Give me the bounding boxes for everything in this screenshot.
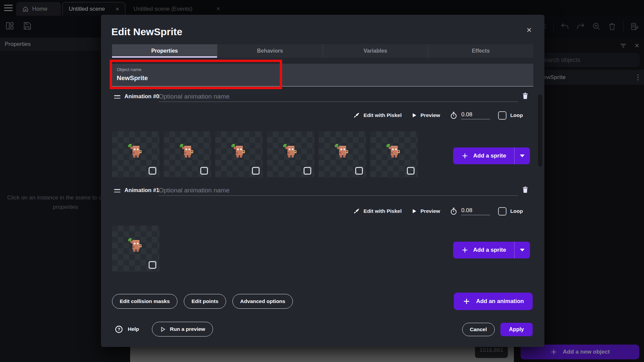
plus-icon (461, 246, 469, 254)
preview-button[interactable]: Preview (411, 208, 440, 214)
pig-sprite-image (331, 141, 354, 161)
drag-handle-icon[interactable] (114, 95, 120, 100)
animation-name-input[interactable] (159, 185, 518, 196)
sprite-frame-thumbnail[interactable] (112, 226, 159, 272)
brush-icon (353, 112, 360, 119)
tab-effects[interactable]: Effects (428, 44, 533, 58)
sprite-frame-thumbnail[interactable] (215, 131, 263, 177)
pig-sprite-image (125, 235, 147, 255)
add-sprite-button[interactable]: Add a sprite (453, 147, 530, 164)
animation-0-controls: Edit with Piskel Preview Loop (353, 109, 523, 121)
delete-animation-icon[interactable] (521, 91, 530, 101)
sprite-frame-thumbnail[interactable] (267, 131, 314, 177)
caret-down-icon (520, 155, 525, 157)
sprite-frame-thumbnail[interactable] (319, 131, 366, 177)
frame-select-checkbox[interactable] (304, 167, 311, 175)
animation-1-header: Animation #1 (112, 185, 533, 196)
frame-select-checkbox[interactable] (355, 167, 363, 175)
frame-select-checkbox[interactable] (252, 167, 260, 175)
preview-button[interactable]: Preview (411, 112, 440, 118)
animation-name-input[interactable] (159, 91, 518, 102)
pig-sprite-image (176, 141, 199, 161)
pig-sprite-image (280, 141, 302, 161)
brush-icon (353, 207, 360, 215)
pig-sprite-image (383, 141, 405, 161)
stopwatch-icon (449, 111, 458, 120)
time-between-frames-input[interactable] (461, 111, 490, 119)
close-dialog-icon[interactable]: × (527, 25, 532, 35)
plus-icon (461, 152, 469, 160)
edit-points-button[interactable]: Edit points (184, 294, 226, 309)
run-preview-button[interactable]: Run a preview (152, 322, 213, 337)
add-sprite-dropdown[interactable] (515, 242, 530, 258)
help-button[interactable]: Help (128, 326, 139, 332)
stopwatch-icon (449, 207, 458, 216)
delete-animation-icon[interactable] (521, 185, 530, 194)
sprite-frame-thumbnail[interactable] (112, 131, 159, 177)
tab-behaviors[interactable]: Behaviors (217, 44, 323, 58)
help-circle-icon[interactable]: ? (114, 325, 123, 334)
sprite-frame-thumbnail[interactable] (164, 131, 211, 177)
play-outline-icon (160, 326, 166, 333)
advanced-options-button[interactable]: Advanced options (232, 294, 293, 309)
add-animation-button[interactable]: Add an animation (454, 293, 533, 310)
frame-select-checkbox[interactable] (149, 167, 156, 175)
edit-collision-masks-button[interactable]: Edit collision masks (112, 294, 177, 309)
edit-object-dialog: Edit NewSprite × Properties Behaviors Va… (101, 15, 544, 347)
frame-select-checkbox[interactable] (149, 261, 156, 269)
drag-handle-icon[interactable] (114, 189, 120, 194)
plus-icon (463, 297, 471, 305)
tab-properties[interactable]: Properties (112, 44, 217, 58)
animation-0-header: Animation #0 (112, 91, 533, 103)
loop-checkbox[interactable] (498, 111, 506, 120)
object-name-field[interactable]: Object name (112, 64, 533, 86)
edit-with-piskel-button[interactable]: Edit with Piskel (353, 207, 402, 215)
apply-button[interactable]: Apply (500, 323, 533, 336)
pig-sprite-image (228, 141, 250, 161)
animation-0-frames (112, 131, 418, 177)
play-icon (411, 112, 417, 118)
dialog-title: Edit NewSprite (111, 26, 182, 38)
frame-select-checkbox[interactable] (407, 167, 415, 175)
pig-sprite-image (125, 141, 147, 161)
dialog-scrollbar[interactable] (538, 95, 542, 167)
svg-text:?: ? (117, 327, 120, 332)
add-sprite-dropdown[interactable] (515, 147, 530, 164)
cancel-button[interactable]: Cancel (462, 323, 495, 336)
frame-select-checkbox[interactable] (200, 167, 208, 175)
add-sprite-button[interactable]: Add a sprite (453, 242, 530, 258)
edit-with-piskel-button[interactable]: Edit with Piskel (353, 112, 402, 119)
time-between-frames-input[interactable] (461, 207, 490, 215)
object-name-input[interactable] (117, 74, 318, 82)
object-name-label: Object name (117, 67, 142, 72)
caret-down-icon (520, 249, 525, 251)
animation-1-controls: Edit with Piskel Preview Loop (353, 205, 523, 217)
loop-label: Loop (510, 112, 523, 118)
play-icon (411, 208, 417, 214)
animation-label: Animation #0 (124, 93, 159, 100)
dialog-tabs: Properties Behaviors Variables Effects (112, 44, 533, 58)
animation-label: Animation #1 (124, 187, 159, 193)
animation-1-frames (112, 226, 159, 272)
tab-variables[interactable]: Variables (323, 44, 428, 58)
loop-checkbox[interactable] (498, 207, 506, 216)
loop-label: Loop (510, 208, 523, 214)
sprite-frame-thumbnail[interactable] (370, 131, 418, 177)
